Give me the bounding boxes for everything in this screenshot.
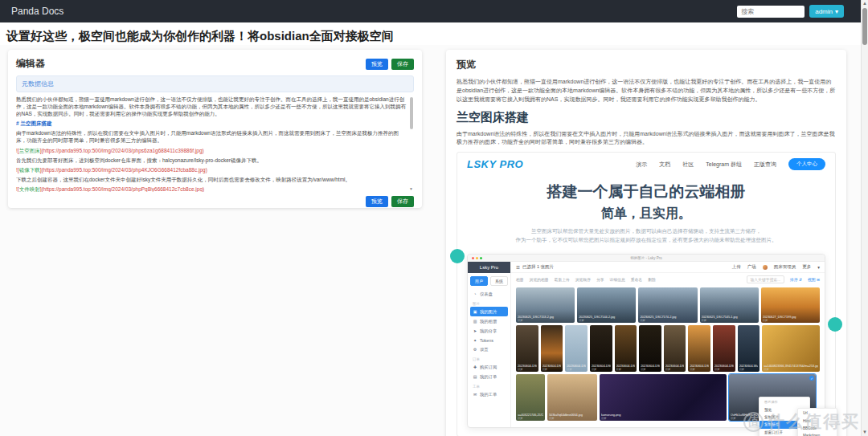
upload-button[interactable]: 上传 (732, 264, 741, 270)
preview-button[interactable]: 预览 (366, 59, 388, 70)
editor-panel: 编辑器 预览 保存 元数据信息 熟悉我们的小伙伴都知道，熊猫一直使用markdo… (8, 50, 422, 208)
gallery-search-input[interactable]: 输入关键字搜索... (747, 275, 785, 283)
toolbar-action[interactable]: 删除 (648, 277, 656, 282)
sidebar-tabs: 用户系统 (468, 273, 510, 289)
markdown-editor-area[interactable]: 熟悉我们的小伙伴都知道，熊猫一直使用markdown进行创作，这一语法不仅方便排… (16, 96, 414, 192)
scroll-down-icon[interactable]: ▼ (862, 429, 868, 436)
sidebar-menu-item[interactable]: ✉我的工单 (468, 389, 510, 399)
lsky-nav-item[interactable]: 正版查询 (754, 161, 776, 169)
photo-thumbnail[interactable]: 20230604-DSC.jpg 公开 ✓ (688, 325, 710, 372)
photo-badge: 公开 (640, 319, 645, 322)
user-menu-button[interactable]: admin▾ (809, 5, 844, 18)
personal-center-button[interactable]: 个人中心 (788, 158, 825, 170)
photo-badge: 公开 (665, 368, 670, 371)
photo-thumbnail[interactable]: 20230604-DSC.jpg 公开 ✓ (590, 325, 612, 372)
toolbar-action[interactable]: 浏览的相册 (530, 277, 549, 282)
sidebar-menu-item[interactable]: ➤我的分享 (468, 326, 510, 336)
context-menu-item[interactable]: 图片操作› (760, 398, 809, 405)
sidebar-menu-item[interactable]: 图片 (468, 299, 510, 307)
hero-subtitle: 兰空图床可以帮您保管大量无处安放的图片，数据可以由自己选择存储驱动，支持主流第三… (457, 227, 835, 244)
toolbar-action[interactable]: 详细信息 (610, 277, 625, 282)
photo-thumbnail[interactable]: 20230625_DSC7174-2.jpg 公开 ✓ (638, 287, 697, 323)
toolbar-action[interactable]: 相册 (516, 277, 524, 282)
photo-thumbnail[interactable]: 20230625_DSC7145-1.jpg 公开 ✓ (700, 287, 759, 323)
main-content: 编辑器 预览 保存 元数据信息 熟悉我们的小伙伴都知道，熊猫一直使用markdo… (0, 45, 861, 436)
photo-thumbnail[interactable]: 20230604-DSC.jpg 公开 ✓ (713, 325, 735, 372)
lsky-nav-item[interactable]: 演示 (636, 161, 647, 169)
lsky-logo: LSKY PRO (467, 158, 523, 170)
toolbar-action[interactable]: 最新上传 (555, 277, 570, 282)
preview-paragraph: 熟悉我们的小伙伴都知道，熊猫一直使用markdown进行创作，这一语法不仅方便排… (457, 78, 836, 104)
photo-thumbnail[interactable]: 20230604-DSC.jpg 公开 ✓ (639, 325, 661, 372)
photo-thumbnail[interactable]: 20230625_DSC7153-2.jpg 公开 ✓ (516, 287, 575, 323)
scroll-up-icon[interactable]: ▲ (862, 0, 868, 7)
photo-thumbnail[interactable]: u=403221746,25722.jpg 公开 ✓ (516, 374, 545, 421)
sidebar-menu-item[interactable]: 订单 (468, 354, 510, 362)
photo-thumbnail[interactable]: 503ka9q64dbne0664.jpg 公开 ✓ (547, 374, 597, 421)
avatar[interactable] (763, 265, 768, 270)
sidebar-menu-item[interactable]: ▤我的订单 (468, 372, 510, 381)
toolbar-action[interactable]: 浏览顺序 (575, 277, 591, 282)
copy-format-option[interactable]: BBCode (798, 425, 837, 432)
lsky-hero: 搭建一个属于自己的云端相册 简单，且实用。 兰空图床可以帮您保管大量无处安放的图… (457, 174, 835, 247)
more-button[interactable]: 更多 (802, 264, 811, 270)
lsky-nav-item[interactable]: 社区 (682, 161, 694, 169)
photo-thumbnail[interactable]: komorung.png 公开 ✓ (600, 374, 727, 421)
photo-thumbnail[interactable]: 20230604-Wu.jpg 公开 ✓ (738, 325, 760, 372)
photo-thumbnail[interactable]: 20230627_DSC7199.jpg 公开 ✓ (761, 287, 820, 323)
hamburger-icon[interactable]: ☰ (516, 265, 520, 270)
editor-bottom-buttons: 预览 保存 (366, 196, 414, 207)
teal-decoration-right (828, 317, 842, 332)
photo-thumbnail[interactable]: 20230604-DSC.jpg 公开 ✓ (541, 325, 563, 372)
hero-title-line1: 搭建一个属于自己的云端相册 (457, 181, 835, 202)
view-control[interactable]: 视图 ⊞ (808, 277, 820, 282)
selection-info: 已选择 1 张图片 (522, 264, 554, 270)
lsky-site-nav: 演示文档社区Telegram 群组正版查询 (636, 161, 776, 169)
lsky-nav-item[interactable]: 文档 (659, 161, 670, 169)
photo-badge: 公开 (601, 417, 606, 420)
page-scrollbar-thumb[interactable] (862, 8, 867, 45)
sidebar-menu-item[interactable]: ▥我的相册 (468, 316, 510, 326)
sidebar-menu-item[interactable]: ▣我的图片 (470, 307, 508, 316)
photo-badge: 公开 (518, 417, 522, 420)
photo-thumbnail[interactable]: u=1400823366,3941741376&fm=253.jpg 公开 ✓ (762, 325, 820, 372)
top-navbar: Panda Docs admin▾ (0, 0, 868, 22)
sidebar-tab[interactable]: 用户 (470, 276, 488, 286)
sidebar-menu-item[interactable]: ✚购买订阅 (468, 362, 510, 372)
lsky-nav-item[interactable]: Telegram 群组 (706, 161, 742, 169)
preview-button-bottom[interactable]: 预览 (366, 196, 388, 207)
save-button[interactable]: 保存 (391, 59, 414, 70)
photo-thumbnail[interactable]: 20230625_DSC7144-2.jpg 公开 ✓ (577, 287, 636, 323)
menu-item-icon: ➤ (473, 328, 477, 333)
page-scrollbar[interactable]: ▲ ▼ (861, 0, 868, 436)
metadata-info-link[interactable]: 元数据信息 (16, 75, 414, 92)
sort-control[interactable]: 排序 ⇵ (790, 277, 802, 282)
editor-line: # 兰空图床搭建 (16, 120, 407, 127)
photo-badge: 公开 (579, 319, 583, 322)
sidebar-tab[interactable]: 系统 (490, 276, 508, 286)
photo-badge: 公开 (690, 368, 694, 371)
photo-badge: 公开 (567, 368, 571, 371)
photo-thumbnail[interactable]: 20230604-DSC.jpg 公开 ✓ (516, 325, 538, 372)
sidebar-menu-item[interactable]: 工单 (468, 381, 510, 389)
copy-format-option[interactable]: Html (798, 417, 837, 424)
save-button-bottom[interactable]: 保存 (391, 196, 414, 207)
photo-thumbnail[interactable]: 20230604-DSC.jpg 公开 ✓ (615, 325, 637, 372)
editor-line: ![文件映射](https://panda995.top:500/img/202… (16, 185, 407, 192)
copy-format-option[interactable]: Url (798, 410, 837, 417)
toolbar-action[interactable]: 重命名 (631, 277, 642, 282)
editor-scrollbar-thumb[interactable] (410, 97, 413, 129)
toolbar-action[interactable]: 分享 (596, 277, 604, 282)
sidebar-menu-item[interactable]: ✦Tokens (468, 336, 510, 344)
editor-scrollbar[interactable]: ▼ (410, 96, 414, 192)
photo-thumbnail[interactable]: 20230604-DSC.jpg 公开 ✓ (565, 325, 588, 372)
menu-item-icon: ✉ (473, 392, 477, 397)
scroll-down-icon[interactable]: ▼ (409, 186, 413, 192)
plaza-button[interactable]: 广场 (747, 264, 756, 270)
copy-format-option[interactable]: Markdown (798, 432, 837, 436)
search-input[interactable] (737, 6, 805, 18)
menu-item-icon: ✦ (473, 338, 477, 343)
photo-thumbnail[interactable]: 20230604-DSC.jpg 公开 ✓ (664, 325, 686, 372)
sidebar-menu-item[interactable]: ⚙设置 (468, 344, 510, 354)
sidebar-menu-item[interactable]: ◔仪表盘 (468, 289, 510, 299)
